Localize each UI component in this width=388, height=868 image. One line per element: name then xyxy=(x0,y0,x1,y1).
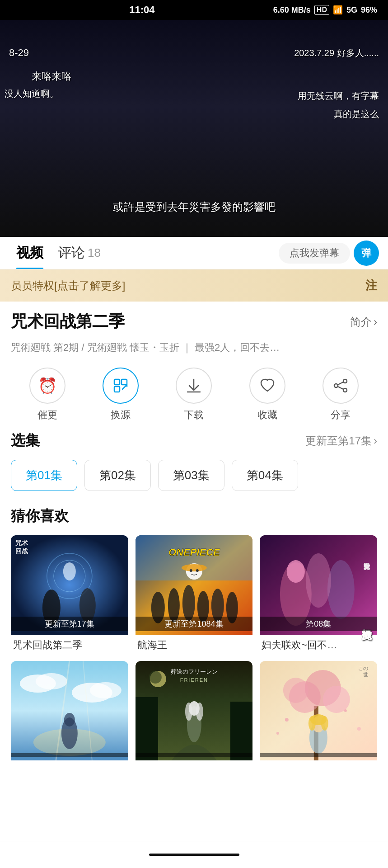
svg-point-64 xyxy=(357,727,361,731)
member-banner-text: 员员特权[点击了解更多] xyxy=(11,278,125,293)
svg-rect-0 xyxy=(114,379,120,385)
action-remind[interactable]: ⏰ 催更 xyxy=(29,368,65,422)
episode-section-title: 选集 xyxy=(11,431,40,451)
danmu-item: 来咯来咯 xyxy=(32,70,71,83)
episode-btn-1[interactable]: 第01集 xyxy=(11,460,77,491)
member-banner[interactable]: 员员特权[点击了解更多] 注 xyxy=(0,269,388,302)
anime-intro-link[interactable]: 简介 › xyxy=(350,315,377,329)
wifi-icon: 📶 xyxy=(333,5,343,15)
anime-title-row: 咒术回战第二季 简介 › xyxy=(11,311,377,333)
danmu-item: 8-29 xyxy=(9,47,29,59)
download-icon xyxy=(176,368,212,404)
svg-text:咒术: 咒术 xyxy=(15,539,28,547)
anime-card-title-2: 航海王 xyxy=(136,635,253,654)
update-badge-1: 更新至第17集 xyxy=(11,617,128,631)
episode-more-label: 更新至第17集 xyxy=(305,434,372,448)
svg-point-4 xyxy=(334,384,338,387)
tab-bar: 视频 评论 18 点我发弹幕 弹 xyxy=(0,237,388,269)
svg-text:葬送のフリーレン: 葬送のフリーレン xyxy=(170,668,217,675)
anime-card-2[interactable]: ONEPIECE 更新至第1084集 航海王 xyxy=(136,535,253,654)
episode-btn-4[interactable]: 第04集 xyxy=(232,460,298,491)
action-source[interactable]: 换源 xyxy=(103,368,139,422)
anime-card-title-6 xyxy=(260,760,377,766)
source-icon xyxy=(103,368,139,404)
action-download[interactable]: 下载 xyxy=(176,368,212,422)
svg-point-55 xyxy=(149,671,161,684)
home-indicator xyxy=(149,854,239,856)
svg-point-5 xyxy=(343,388,347,392)
svg-point-69 xyxy=(309,716,316,731)
svg-point-65 xyxy=(276,732,279,735)
svg-point-27 xyxy=(189,569,192,572)
svg-rect-2 xyxy=(114,387,120,392)
status-speed: 6.60 MB/s xyxy=(273,5,311,15)
action-share[interactable]: 分享 xyxy=(323,368,359,422)
svg-point-70 xyxy=(321,716,328,731)
favorite-label: 收藏 xyxy=(257,408,277,422)
anime-card-5[interactable]: 葬送のフリーレン FRIEREN xyxy=(136,661,253,766)
member-banner-action[interactable]: 注 xyxy=(365,278,377,293)
svg-point-26 xyxy=(181,564,206,571)
danmu-item: 2023.7.29 好多人...... xyxy=(294,47,379,59)
anime-thumb-1: 咒术 回战 更新至第17集 xyxy=(11,535,128,635)
anime-thumb-3: 大帰交歓 大帰交歓 第08集 xyxy=(260,535,377,635)
action-favorite[interactable]: 收藏 xyxy=(249,368,285,422)
tab-video[interactable]: 视频 xyxy=(9,237,51,269)
svg-point-3 xyxy=(343,379,347,383)
episode-btn-3[interactable]: 第03集 xyxy=(158,460,224,491)
anime-tags: 咒術廻戦 第2期 / 咒術廻戦 懐玉・玉折 ｜ 最强2人，回不去… xyxy=(11,340,377,355)
anime-grid-row1: 咒术 回战 更新至第17集 咒术回战第二季 xyxy=(11,535,377,654)
remind-label: 催更 xyxy=(37,408,57,422)
svg-point-31 xyxy=(327,560,355,619)
anime-card-title-1: 咒术回战第二季 xyxy=(11,635,128,654)
source-label: 换源 xyxy=(111,408,131,422)
svg-point-32 xyxy=(306,553,331,608)
svg-point-61 xyxy=(283,678,309,703)
content-section: 咒术回战第二季 简介 › 咒術廻戦 第2期 / 咒術廻戦 懐玉・玉折 ｜ 最强2… xyxy=(0,302,388,782)
anime-card-3[interactable]: 大帰交歓 大帰交歓 第08集 妇夫联欢~回不… xyxy=(260,535,377,654)
chevron-right-icon: › xyxy=(374,316,377,328)
anime-card-1[interactable]: 咒术 回战 更新至第17集 咒术回战第二季 xyxy=(11,535,128,654)
share-icon xyxy=(323,368,359,404)
anime-card-title-4 xyxy=(11,760,128,766)
remind-icon: ⏰ xyxy=(29,368,65,404)
update-badge-5 xyxy=(136,753,253,757)
tab-comment-label: 评论 xyxy=(58,244,85,262)
anime-thumb-4 xyxy=(11,661,128,760)
svg-point-13 xyxy=(63,562,76,580)
episode-section-header: 选集 更新至第17集 › xyxy=(11,431,377,451)
status-time: 11:04 xyxy=(11,4,273,16)
svg-point-39 xyxy=(90,682,122,698)
anime-thumb-5: 葬送のフリーレン FRIEREN xyxy=(136,661,253,760)
svg-text:ONEPIECE: ONEPIECE xyxy=(168,547,220,558)
anime-card-4[interactable] xyxy=(11,661,128,766)
danmu-item: 用无线云啊，有字幕 xyxy=(298,90,379,102)
anime-card-6[interactable]: この 世 xyxy=(260,661,377,766)
tab-comment[interactable]: 评论 18 xyxy=(51,237,108,269)
svg-text:この: この xyxy=(358,665,368,671)
tab-video-label: 视频 xyxy=(16,244,43,262)
update-badge-3: 第08集 xyxy=(260,617,377,631)
danmu-send-button[interactable]: 点我发弹幕 xyxy=(279,243,350,264)
svg-point-63 xyxy=(344,709,347,712)
episode-more-link[interactable]: 更新至第17集 › xyxy=(305,434,377,448)
anime-grid-row2: 葬送のフリーレン FRIEREN xyxy=(11,661,377,766)
svg-text:世: 世 xyxy=(363,672,368,677)
update-badge-2: 更新至第1084集 xyxy=(136,617,253,631)
intro-label: 简介 xyxy=(350,315,372,329)
danmu-toggle-button[interactable]: 弹 xyxy=(354,241,379,266)
svg-point-44 xyxy=(64,713,75,726)
svg-point-51 xyxy=(196,703,203,721)
update-badge-4 xyxy=(11,753,128,757)
chevron-right-icon: › xyxy=(374,434,377,447)
bottom-nav xyxy=(0,841,388,868)
anime-card-title-3: 妇夫联欢~回不… xyxy=(260,635,377,654)
svg-text:回战: 回战 xyxy=(15,547,28,555)
danmu-item: 真的是这么 xyxy=(334,108,379,120)
episode-btn-2[interactable]: 第02集 xyxy=(84,460,151,491)
danmu-item: 没人知道啊。 xyxy=(5,88,59,100)
tab-comment-count: 18 xyxy=(88,246,101,260)
episode-list: 第01集 第02集 第03集 第04集 xyxy=(11,460,377,493)
battery-icon: 96% xyxy=(361,5,377,15)
video-player[interactable]: 8-29 2023.7.29 好多人...... 来咯来咯 没人知道啊。 用无线… xyxy=(0,20,388,237)
